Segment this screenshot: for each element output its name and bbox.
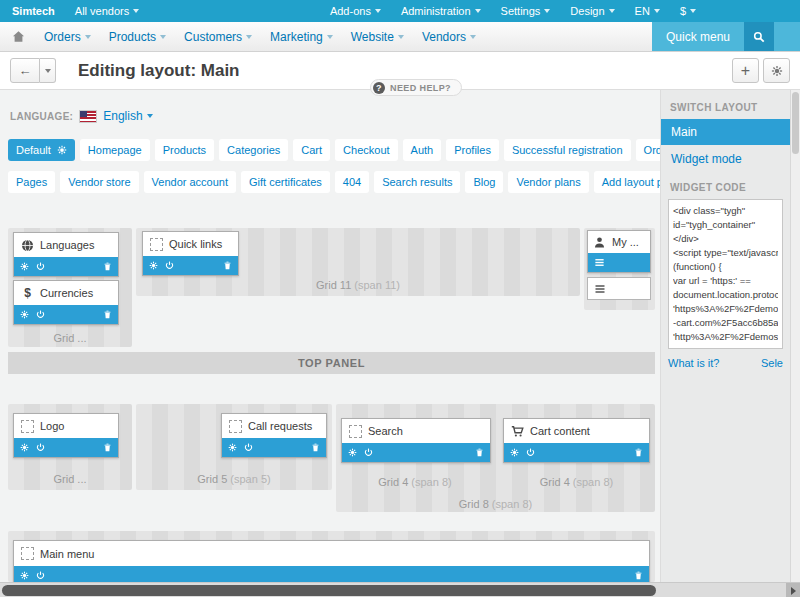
language-dropdown[interactable]: English xyxy=(103,109,152,123)
widget-header[interactable]: Logo xyxy=(14,414,118,438)
widget-header[interactable]: Languages xyxy=(14,233,118,257)
vertical-scrollbar-thumb[interactable] xyxy=(792,92,799,154)
tab-checkout[interactable]: Checkout xyxy=(335,139,397,161)
tab-homepage[interactable]: Homepage xyxy=(80,139,150,161)
grid-container-a3[interactable]: My ... xyxy=(584,228,655,310)
vertical-scrollbar[interactable] xyxy=(790,90,800,582)
widget-header[interactable]: Cart content xyxy=(504,419,649,443)
horizontal-scrollbar-thumb[interactable] xyxy=(2,585,656,596)
menu-administration[interactable]: Administration xyxy=(401,5,481,17)
widget-currencies[interactable]: $ Currencies xyxy=(13,280,119,325)
vendor-selector[interactable]: All vendors xyxy=(75,5,139,17)
grid-container-main-menu[interactable]: Main menu xyxy=(8,531,655,582)
trash-icon[interactable] xyxy=(103,443,112,452)
widget-quick-links[interactable]: Quick links xyxy=(142,231,239,276)
tab-successful-registration[interactable]: Successful registration xyxy=(504,139,631,161)
top-panel-section[interactable]: TOP PANEL xyxy=(8,352,655,374)
widget-call-requests[interactable]: Call requests xyxy=(221,413,327,458)
power-icon[interactable] xyxy=(36,262,45,271)
gear-icon[interactable] xyxy=(228,443,237,452)
tab-vendor-account[interactable]: Vendor account xyxy=(144,171,236,193)
trash-icon[interactable] xyxy=(634,571,643,580)
tab-404[interactable]: 404 xyxy=(335,171,369,193)
tab-default[interactable]: Default xyxy=(8,139,75,161)
grid-container-b2[interactable]: Call requests Grid 5 (span 5) xyxy=(136,404,332,490)
gear-icon[interactable] xyxy=(20,571,29,580)
widget-search[interactable]: Search xyxy=(341,418,491,463)
sidebar-item-layout-main[interactable]: Main xyxy=(661,119,790,145)
menu-design[interactable]: Design xyxy=(570,5,614,17)
menu-addons[interactable]: Add-ons xyxy=(330,5,381,17)
search-button[interactable] xyxy=(744,22,774,51)
tab-vendor-plans[interactable]: Vendor plans xyxy=(508,171,588,193)
tab-vendor-store[interactable]: Vendor store xyxy=(60,171,138,193)
brand-logo[interactable]: Simtech xyxy=(12,5,55,17)
select-all-link[interactable]: Sele xyxy=(761,357,783,369)
gear-icon[interactable] xyxy=(20,443,29,452)
gear-icon[interactable] xyxy=(20,262,29,271)
tab-auth[interactable]: Auth xyxy=(403,139,442,161)
widget-header[interactable]: Call requests xyxy=(222,414,326,438)
power-icon[interactable] xyxy=(526,448,535,457)
tab-blog[interactable]: Blog xyxy=(465,171,503,193)
widget-header[interactable]: $ Currencies xyxy=(14,281,118,305)
power-icon[interactable] xyxy=(364,448,373,457)
power-icon[interactable] xyxy=(36,443,45,452)
widget-header[interactable]: My ... xyxy=(588,231,650,253)
horizontal-scrollbar[interactable] xyxy=(0,582,800,597)
nav-customers[interactable]: Customers xyxy=(175,22,261,51)
widget-code-box[interactable]: <div class="tygh" id="tygh_container" </… xyxy=(668,199,783,349)
power-icon[interactable] xyxy=(36,310,45,319)
nav-orders[interactable]: Orders xyxy=(35,22,100,51)
nav-marketing[interactable]: Marketing xyxy=(261,22,342,51)
menu-content-block[interactable] xyxy=(587,277,651,300)
gear-icon[interactable] xyxy=(348,448,357,457)
gear-icon[interactable] xyxy=(149,261,158,270)
scroll-right-button[interactable] xyxy=(786,583,800,597)
tab-search-results[interactable]: Search results xyxy=(374,171,460,193)
trash-icon[interactable] xyxy=(311,443,320,452)
widget-my-account[interactable]: My ... xyxy=(587,230,651,273)
menu-icon[interactable] xyxy=(594,257,605,268)
grid-container-b1[interactable]: Logo Grid ... xyxy=(8,404,132,490)
grid-container-b34[interactable]: Search Cart content Grid 4 (sp xyxy=(336,404,655,512)
sidebar-item-widget-mode[interactable]: Widget mode xyxy=(661,145,790,170)
nav-website[interactable]: Website xyxy=(342,22,413,51)
nav-vendors[interactable]: Vendors xyxy=(413,22,485,51)
power-icon[interactable] xyxy=(165,261,174,270)
tab-categories[interactable]: Categories xyxy=(219,139,288,161)
tab-profiles[interactable]: Profiles xyxy=(446,139,499,161)
tab-pages[interactable]: Pages xyxy=(8,171,55,193)
currency-selector[interactable]: $ xyxy=(680,5,696,17)
home-button[interactable] xyxy=(0,22,35,51)
tab-gift-certificates[interactable]: Gift certificates xyxy=(241,171,330,193)
trash-icon[interactable] xyxy=(634,448,643,457)
add-block-button[interactable]: + xyxy=(732,58,759,83)
gear-icon[interactable] xyxy=(510,448,519,457)
trash-icon[interactable] xyxy=(103,262,112,271)
grid-container-a2[interactable]: Quick links Grid 11 (span 11) xyxy=(136,228,580,296)
back-button[interactable]: ← xyxy=(10,58,40,83)
gear-icon[interactable] xyxy=(20,310,29,319)
widget-cart-content[interactable]: Cart content xyxy=(503,418,650,463)
menu-settings[interactable]: Settings xyxy=(501,5,551,17)
language-selector[interactable]: EN xyxy=(635,5,660,17)
quick-menu-button[interactable]: Quick menu xyxy=(652,22,744,51)
tab-products[interactable]: Products xyxy=(155,139,214,161)
widget-header[interactable]: Quick links xyxy=(143,232,238,256)
trash-icon[interactable] xyxy=(223,261,232,270)
grid-container-a1[interactable]: Languages $ Currencies Grid ... xyxy=(8,228,132,347)
power-icon[interactable] xyxy=(244,443,253,452)
widget-header[interactable]: Main menu xyxy=(14,541,649,566)
need-help-button[interactable]: ? NEED HELP? xyxy=(370,79,462,96)
trash-icon[interactable] xyxy=(475,448,484,457)
widget-logo[interactable]: Logo xyxy=(13,413,119,458)
layout-settings-button[interactable] xyxy=(763,58,790,83)
gear-icon[interactable] xyxy=(57,145,67,155)
widget-header[interactable]: Search xyxy=(342,419,490,443)
tab-cart[interactable]: Cart xyxy=(293,139,330,161)
what-is-it-link[interactable]: What is it? xyxy=(668,357,719,369)
nav-products[interactable]: Products xyxy=(100,22,175,51)
trash-icon[interactable] xyxy=(103,310,112,319)
widget-main-menu[interactable]: Main menu xyxy=(13,540,650,586)
